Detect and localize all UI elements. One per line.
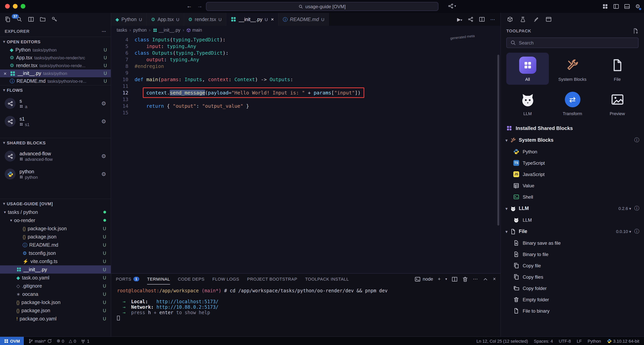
gear-icon[interactable]: ⚙	[101, 100, 106, 107]
list-item[interactable]: s1s1⚙	[0, 112, 111, 130]
terminal-output[interactable]: root@localhost:/app/workspace (main*) # …	[111, 284, 500, 336]
panel-tab[interactable]: TOOLPACK INSTALL	[305, 274, 349, 284]
minimize-window-button[interactable]	[13, 4, 18, 9]
open-editor-item[interactable]: ×__init__.pytasks/pythonU	[0, 70, 111, 77]
gear-icon[interactable]: ⚙	[101, 171, 106, 177]
terminal-profile-button[interactable]: node	[414, 276, 433, 282]
tree-item[interactable]: {}package-lock.jsonU	[0, 298, 111, 306]
block-item[interactable]: Shell	[501, 191, 644, 203]
block-item[interactable]: TSTypeScript	[501, 157, 644, 169]
shared-blocks-section-header[interactable]: ▾ SHARED BLOCKS	[0, 138, 111, 147]
panel-tab[interactable]: PORTS1	[116, 274, 139, 284]
panel-tab[interactable]: CODE DEPS	[178, 274, 204, 284]
kill-terminal-icon[interactable]	[462, 276, 468, 282]
code-editor[interactable]: 4class Inputs(typing.TypedDict):5 input:…	[111, 34, 500, 273]
flask-icon[interactable]	[520, 17, 526, 22]
command-center-search[interactable]: usage-guide [OVM]	[206, 2, 438, 11]
tree-item[interactable]: ⚡vite.config.tsU	[0, 257, 111, 265]
tree-item[interactable]: ◆task.oo.yamlU	[0, 274, 111, 282]
editor-tab[interactable]: __init__.pyU×	[226, 13, 278, 26]
flow-menu-button[interactable]: ▾	[448, 3, 456, 9]
workspace-section-header[interactable]: ▾ USAGE-GUIDE [OVM]	[0, 199, 111, 208]
layout-icon[interactable]	[28, 17, 34, 22]
status-item[interactable]: LF	[577, 338, 582, 343]
info-icon[interactable]: ⓘ	[634, 228, 639, 235]
open-editor-item[interactable]: ⓘREADME.mdtasks/python/oo-re...U	[0, 77, 111, 85]
block-item[interactable]: Empty folder	[501, 294, 644, 305]
block-item[interactable]: Binary to file	[501, 249, 644, 260]
split-editor-icon[interactable]	[479, 17, 485, 22]
split-terminal-icon[interactable]	[452, 276, 458, 282]
gear-icon[interactable]: ⚙	[101, 153, 106, 159]
block-section-header[interactable]: ▾LLM0.2.6▾ⓘ	[501, 203, 644, 214]
toolpack-category-transform[interactable]: ⇄Transform	[551, 87, 594, 119]
add-toolpack-icon[interactable]	[633, 28, 638, 34]
version-select[interactable]: 0.2.6▾	[618, 206, 631, 211]
toggle-panel-icon[interactable]	[624, 3, 630, 9]
history-back-button[interactable]: ←	[186, 3, 192, 9]
list-item[interactable]: advanced-flowadvanced-flow⚙	[0, 147, 111, 165]
toolpack-category-llm[interactable]: LLM	[506, 87, 549, 119]
status-item[interactable]: OVM	[0, 337, 24, 345]
info-icon[interactable]: ⓘ	[634, 137, 639, 144]
brush-icon[interactable]	[533, 17, 539, 22]
tree-item[interactable]: ⓘREADME.mdU	[0, 241, 111, 249]
package-icon[interactable]	[507, 17, 513, 22]
toolpack-category-all[interactable]: All	[506, 53, 549, 85]
toolpack-category-preview[interactable]: Preview	[596, 87, 638, 119]
status-item[interactable]: Python	[588, 338, 601, 343]
list-item[interactable]: pythonpython⚙	[0, 165, 111, 183]
version-select[interactable]: 0.0.10▾	[616, 229, 631, 234]
tree-item[interactable]: {}package.jsonU	[0, 233, 111, 241]
block-item[interactable]: JSJavaScript	[501, 169, 644, 180]
toolpack-search-input[interactable]: Search	[506, 38, 638, 48]
status-item[interactable]: main*	[28, 337, 52, 345]
list-item[interactable]: sa⚙	[0, 95, 111, 112]
editor-scrollbar[interactable]	[497, 55, 499, 226]
panel-tab[interactable]: PROJECT BOOTSTRAP	[247, 274, 298, 284]
block-item[interactable]: LLM	[501, 214, 644, 226]
status-item[interactable]: ⊗0	[56, 337, 64, 345]
toggle-sidebar-icon[interactable]	[614, 3, 619, 9]
breadcrumb-item[interactable]: __init__.py	[153, 28, 180, 32]
status-item[interactable]: △0	[69, 337, 76, 345]
folder-icon[interactable]	[40, 17, 46, 22]
block-section-header[interactable]: ▾File0.0.10▾ⓘ	[501, 226, 644, 237]
flows-section-header[interactable]: ▾ FLOWS	[0, 85, 111, 95]
chevron-down-icon[interactable]: ▾	[445, 277, 447, 281]
new-terminal-icon[interactable]: +	[438, 277, 441, 282]
toolpack-category-file[interactable]: File	[596, 53, 638, 85]
breadcrumb-item[interactable]: python	[133, 28, 147, 32]
more-actions-icon[interactable]: ⋯	[102, 29, 106, 33]
info-icon[interactable]: ⓘ	[634, 205, 639, 212]
block-item[interactable]: Copy folder	[501, 283, 644, 294]
block-item[interactable]: Binary save as file	[501, 237, 644, 249]
status-item[interactable]: 3.10.12 64-bit	[607, 338, 639, 343]
breadcrumb-item[interactable]: tasks	[117, 28, 127, 32]
settings-gear-button[interactable]: ⚙	[635, 3, 640, 9]
more-actions-icon[interactable]: ⋯	[490, 17, 495, 22]
close-editor-button[interactable]: ×	[2, 71, 8, 76]
files-icon[interactable]	[5, 17, 10, 22]
block-item[interactable]: Python	[501, 146, 644, 157]
tree-item[interactable]: ▾tasks / python	[0, 208, 111, 216]
breadcrumb-item[interactable]: main	[186, 28, 202, 32]
tree-item[interactable]: {}package.jsonU	[0, 306, 111, 314]
window-layout-icon[interactable]	[546, 17, 552, 22]
editor-tab[interactable]: ⚙render.tsxU	[184, 13, 226, 26]
block-item[interactable]: File to binary	[501, 305, 644, 317]
panel-tab[interactable]: FLOW LOGS	[212, 274, 239, 284]
run-button[interactable]: ▶▾	[457, 17, 462, 22]
editor-tab[interactable]: ◆PythonU	[111, 13, 147, 26]
tree-item[interactable]: !package.oo.yamlU	[0, 314, 111, 323]
editor-tab[interactable]: ⚙App.tsxU	[147, 13, 184, 26]
toolpack-category-system-blocks[interactable]: System Blocks	[551, 53, 594, 85]
close-panel-icon[interactable]: ×	[493, 277, 496, 282]
panel-tab[interactable]: TERMINAL	[147, 274, 170, 284]
history-forward-button[interactable]: →	[197, 3, 202, 9]
tree-item[interactable]: ▾oo-render	[0, 216, 111, 224]
open-flow-icon[interactable]	[468, 17, 474, 22]
gear-icon[interactable]: ⚙	[101, 118, 106, 125]
more-actions-icon[interactable]: ⋯	[473, 277, 478, 282]
block-item[interactable]: Copy flies	[501, 271, 644, 283]
